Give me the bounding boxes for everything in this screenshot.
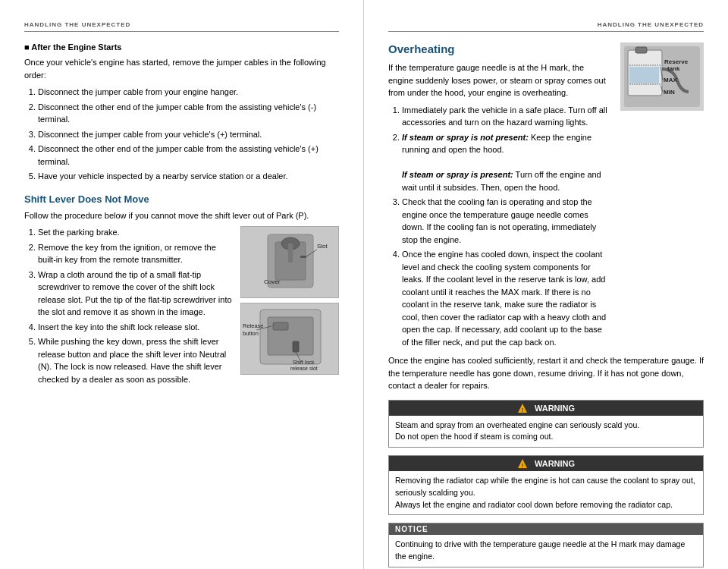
coolant-diagram: Reserve tank MAX MIN [620, 42, 704, 111]
overheating-section: Overheating If the temperature gauge nee… [388, 42, 611, 354]
svg-text:Cover: Cover [264, 278, 281, 285]
shift-lever-intro: Follow the procedure below if you cannot… [24, 209, 339, 222]
svg-text:Shift lock: Shift lock [293, 360, 315, 365]
warning-header-1: ! WARNING [389, 401, 703, 416]
overheating-heading: Overheating [388, 42, 611, 55]
after-engine-intro: Once your vehicle's engine has started, … [24, 56, 339, 81]
shift-diagram-top: Cover Slot [240, 226, 339, 298]
list-item: Once the engine has cooled down, inspect… [402, 248, 611, 348]
svg-text:tank: tank [667, 65, 680, 72]
warning-1-line-2: Do not open the hood if steam is coming … [395, 431, 697, 443]
overheating-intro: If the temperature gauge needle is at th… [388, 61, 611, 99]
svg-rect-25 [629, 67, 659, 83]
warning-2-line-2: Always let the engine and radiator cool … [395, 499, 697, 511]
list-item: Immediately park the vehicle in a safe p… [402, 104, 611, 129]
after-engine-steps: Disconnect the jumper cable from your en… [38, 86, 339, 183]
list-item: Disconnect the other end of the jumper c… [38, 101, 339, 126]
svg-text:!: ! [522, 463, 523, 468]
svg-text:Slot: Slot [317, 243, 328, 250]
after-engine-heading: After the Engine Starts [24, 42, 339, 52]
overheating-steps: Immediately park the vehicle in a safe p… [402, 104, 611, 349]
notice-header: NOTICE [389, 523, 703, 535]
warning-1-body: Steam and spray from an overheated engin… [389, 416, 703, 448]
warning-box-1: ! WARNING Steam and spray from an overhe… [388, 400, 704, 448]
svg-rect-13 [293, 341, 299, 352]
shift-diagram-bottom: Release button Shift lock release slot [240, 303, 339, 375]
shift-lever-heading: Shift Lever Does Not Move [24, 193, 339, 205]
shift-diagrams: Cover Slot [240, 226, 339, 375]
warning-triangle-icon-1: ! [517, 403, 528, 413]
svg-text:Release: Release [243, 322, 264, 329]
list-item: Check that the cooling fan is operating … [402, 196, 611, 246]
svg-text:Reserve: Reserve [664, 58, 689, 65]
svg-rect-4 [288, 244, 293, 262]
svg-rect-5 [300, 256, 306, 258]
svg-text:MIN: MIN [664, 89, 675, 96]
svg-text:button: button [243, 330, 259, 337]
svg-text:!: ! [522, 407, 523, 412]
svg-text:release slot: release slot [290, 366, 318, 371]
warning-box-2: ! WARNING Removing the radiator cap whil… [388, 455, 704, 515]
warning-1-line-1: Steam and spray from an overheated engin… [395, 420, 697, 432]
right-header: HANDLING THE UNEXPECTED [388, 21, 704, 32]
shift-lever-section: Shift Lever Does Not Move Follow the pro… [24, 193, 339, 392]
left-header: HANDLING THE UNEXPECTED [24, 21, 339, 32]
svg-rect-12 [273, 322, 288, 330]
svg-text:MAX: MAX [664, 77, 677, 83]
warning-triangle-icon-2: ! [517, 458, 528, 469]
list-item: If steam or spray is not present: Keep t… [402, 131, 611, 194]
overheating-followup: Once the engine has cooled sufficiently,… [388, 354, 704, 392]
list-item: Disconnect the jumper cable from your en… [38, 86, 339, 99]
notice-body: Continuing to drive with the temperature… [389, 535, 703, 567]
list-item: Disconnect the jumper cable from your ve… [38, 128, 339, 141]
list-item: Have your vehicle inspected by a nearby … [38, 170, 339, 183]
warning-2-body: Removing the radiator cap while the engi… [389, 471, 703, 514]
notice-box: NOTICE Continuing to drive with the temp… [388, 523, 704, 567]
warning-2-line-1: Removing the radiator cap while the engi… [395, 475, 697, 499]
after-engine-section: After the Engine Starts Once your vehicl… [24, 42, 339, 183]
warning-header-2: ! WARNING [389, 456, 703, 471]
notice-line-1: Continuing to drive with the temperature… [395, 539, 697, 563]
list-item: Disconnect the other end of the jumper c… [38, 143, 339, 168]
svg-rect-26 [635, 47, 647, 53]
